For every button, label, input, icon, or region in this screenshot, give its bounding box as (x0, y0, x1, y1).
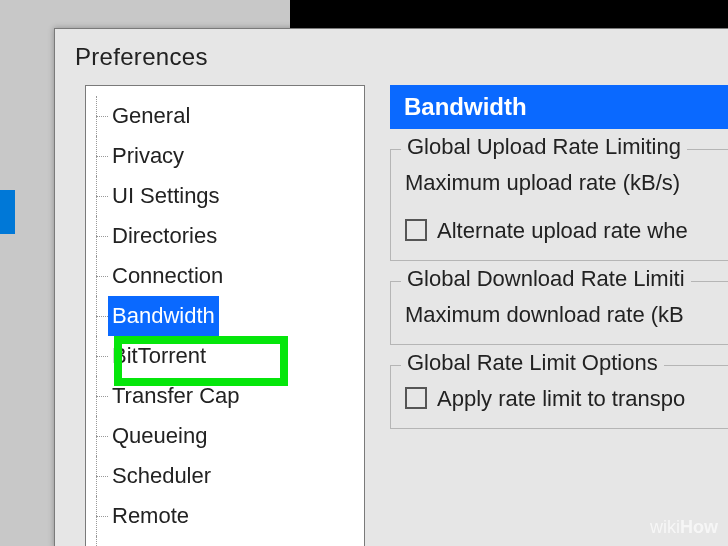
tree-item-general[interactable]: General (108, 96, 364, 136)
tree-item-label: Privacy (108, 136, 188, 176)
tree-item-label: BitTorrent (108, 336, 210, 376)
tree-item-scheduler[interactable]: Scheduler (108, 456, 364, 496)
tree-item-label: Connection (108, 256, 227, 296)
tree-item-privacy[interactable]: Privacy (108, 136, 364, 176)
tree-item-transfer-cap[interactable]: Transfer Cap (108, 376, 364, 416)
download-group: Global Download Rate Limiti Maximum down… (390, 281, 728, 345)
preferences-window: Preferences General Privacy UI Settings … (54, 28, 728, 546)
settings-panel: Bandwidth Global Upload Rate Limiting Ma… (390, 85, 728, 546)
tree-item-label: General (108, 96, 194, 136)
max-download-label: Maximum download rate (kB (405, 302, 718, 328)
tree-item-label: Transfer Cap (108, 376, 244, 416)
alt-upload-label: Alternate upload rate whe (437, 218, 688, 243)
tree-item-label: Playback (108, 536, 205, 546)
tree-item-ui-settings[interactable]: UI Settings (108, 176, 364, 216)
panel-header: Bandwidth (390, 85, 728, 129)
tree-item-label: Bandwidth (108, 296, 219, 336)
apply-limit-checkbox[interactable] (405, 387, 427, 409)
tree-item-connection[interactable]: Connection (108, 256, 364, 296)
max-upload-label: Maximum upload rate (kB/s) (405, 170, 718, 196)
tree-item-queueing[interactable]: Queueing (108, 416, 364, 456)
tree-item-label: Queueing (108, 416, 211, 456)
tree-item-label: Remote (108, 496, 193, 536)
tree-item-label: UI Settings (108, 176, 224, 216)
alt-upload-checkbox[interactable] (405, 219, 427, 241)
upload-group: Global Upload Rate Limiting Maximum uplo… (390, 149, 728, 261)
tree-item-label: Directories (108, 216, 221, 256)
upload-legend: Global Upload Rate Limiting (401, 134, 687, 160)
apply-limit-label: Apply rate limit to transpo (437, 386, 685, 411)
tree-item-directories[interactable]: Directories (108, 216, 364, 256)
global-group: Global Rate Limit Options Apply rate lim… (390, 365, 728, 429)
tree-item-bandwidth[interactable]: Bandwidth (108, 296, 364, 336)
tree-item-remote[interactable]: Remote (108, 496, 364, 536)
window-title: Preferences (75, 43, 208, 71)
download-legend: Global Download Rate Limiti (401, 266, 691, 292)
tree-item-playback[interactable]: Playback (108, 536, 364, 546)
tree-item-bittorrent[interactable]: BitTorrent (108, 336, 364, 376)
tree-item-label: Scheduler (108, 456, 215, 496)
watermark: wikiHow (650, 517, 718, 538)
category-tree: General Privacy UI Settings Directories … (85, 85, 365, 546)
global-legend: Global Rate Limit Options (401, 350, 664, 376)
